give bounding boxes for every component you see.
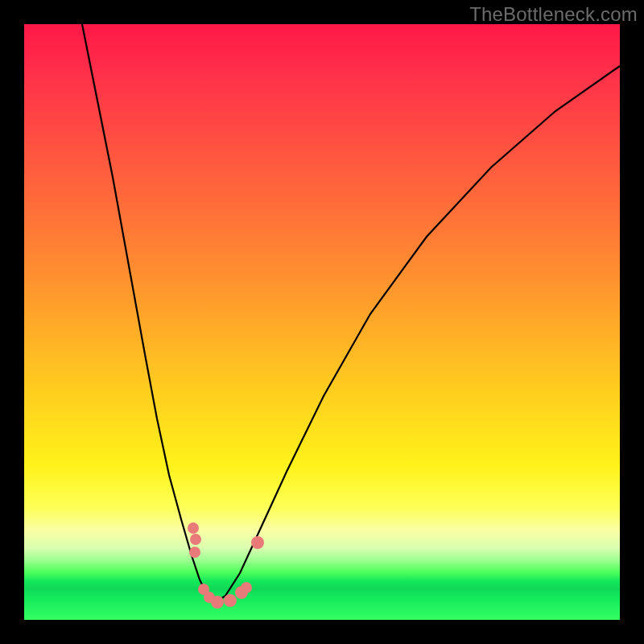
- outer-frame: TheBottleneck.com: [0, 0, 644, 644]
- left-curve: [82, 24, 216, 602]
- data-point: [189, 547, 200, 558]
- data-point: [251, 536, 264, 549]
- data-point: [241, 582, 252, 593]
- right-curve: [216, 66, 620, 602]
- data-point: [211, 596, 224, 609]
- data-point: [190, 534, 201, 545]
- data-point: [188, 522, 199, 534]
- watermark-text: TheBottleneck.com: [469, 3, 638, 26]
- plot-area: [24, 24, 620, 620]
- chart-svg: [24, 24, 620, 620]
- data-point: [224, 594, 237, 607]
